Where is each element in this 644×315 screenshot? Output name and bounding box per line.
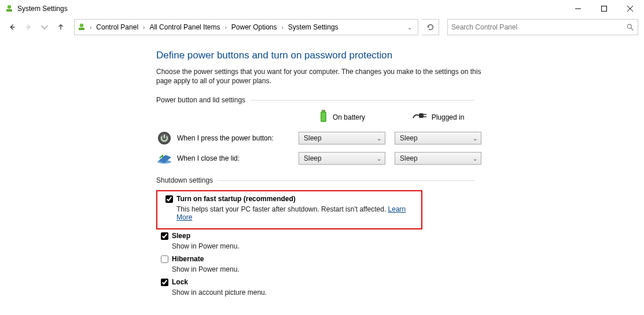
minimize-button[interactable]	[565, 1, 591, 17]
checkbox-fast-startup[interactable]	[165, 195, 173, 203]
column-header-battery: On battery	[299, 110, 385, 124]
close-button[interactable]	[617, 1, 643, 17]
desc-sleep: Show in Power menu.	[172, 242, 474, 250]
search-input[interactable]	[451, 23, 626, 31]
svg-rect-3	[601, 6, 606, 12]
svg-rect-9	[79, 28, 84, 30]
power-settings-table: On battery Plugged in When I press the p…	[156, 110, 638, 165]
section-heading-power-lid: Power button and lid settings	[156, 96, 474, 104]
label-sleep: Sleep	[172, 232, 190, 240]
select-power-battery[interactable]: Sleep⌄	[299, 132, 385, 144]
chevron-right-icon[interactable]: ›	[89, 24, 93, 31]
svg-point-10	[627, 24, 631, 28]
chevron-down-icon: ⌄	[473, 155, 477, 162]
select-lid-battery[interactable]: Sleep⌄	[299, 152, 385, 165]
up-button[interactable]	[54, 21, 67, 34]
page-title: Define power buttons and turn on passwor…	[156, 50, 638, 61]
select-lid-plugged[interactable]: Sleep⌄	[395, 152, 481, 165]
breadcrumb-item[interactable]: Control Panel	[94, 22, 141, 32]
label-fast-startup: Turn on fast startup (recommended)	[176, 195, 296, 203]
title-bar: System Settings	[0, 0, 644, 17]
svg-rect-14	[321, 113, 325, 121]
desc-fast-startup: This helps start your PC faster after sh…	[176, 205, 418, 221]
svg-rect-15	[419, 113, 424, 118]
row-power-button: When I press the power button:	[156, 131, 289, 145]
maximize-button[interactable]	[591, 1, 617, 17]
address-bar[interactable]: › Control Panel › All Control Panel Item…	[74, 19, 418, 35]
label-hibernate: Hibernate	[172, 255, 204, 263]
checkbox-lock[interactable]	[161, 279, 168, 286]
svg-point-8	[80, 24, 83, 27]
section-heading-shutdown: Shutdown settings	[156, 176, 474, 184]
search-icon	[626, 23, 634, 31]
recent-dropdown[interactable]	[38, 21, 51, 34]
power-options-icon	[5, 4, 14, 13]
checkbox-hibernate[interactable]	[161, 255, 168, 263]
chevron-down-icon: ⌄	[473, 135, 477, 142]
svg-rect-1	[6, 9, 12, 12]
lid-icon	[156, 153, 172, 164]
main-content: Define power buttons and turn on passwor…	[0, 39, 644, 307]
back-button[interactable]	[6, 21, 19, 34]
chevron-down-icon: ⌄	[377, 155, 381, 162]
forward-button[interactable]	[22, 21, 35, 34]
address-dropdown[interactable]: ⌄	[404, 24, 415, 31]
window-title: System Settings	[17, 5, 68, 13]
desc-hibernate: Show in Power menu.	[172, 265, 474, 273]
plug-icon	[412, 112, 427, 122]
search-box[interactable]	[447, 19, 638, 35]
desc-lock: Show in account picture menu.	[172, 288, 474, 297]
label-lock: Lock	[172, 278, 188, 286]
row-lid-close: When I close the lid:	[156, 153, 289, 164]
breadcrumb-item[interactable]: All Control Panel Items	[147, 22, 222, 32]
power-options-icon	[77, 23, 86, 32]
svg-rect-12	[322, 110, 325, 112]
select-power-plugged[interactable]: Sleep⌄	[395, 132, 481, 144]
navigation-bar: › Control Panel › All Control Panel Item…	[0, 17, 644, 39]
checkbox-sleep[interactable]	[161, 232, 168, 240]
fast-startup-highlight: Turn on fast startup (recommended) This …	[156, 190, 422, 229]
column-header-plugged: Plugged in	[395, 112, 481, 122]
breadcrumb-item[interactable]: Power Options	[229, 22, 279, 32]
breadcrumb-item[interactable]: System Settings	[286, 22, 341, 32]
chevron-down-icon: ⌄	[377, 135, 381, 142]
svg-line-11	[631, 28, 634, 31]
refresh-button[interactable]	[422, 19, 439, 35]
chevron-right-icon[interactable]: ›	[281, 24, 285, 31]
chevron-right-icon[interactable]: ›	[223, 24, 227, 31]
battery-icon	[319, 110, 328, 124]
page-description: Choose the power settings that you want …	[156, 67, 498, 86]
chevron-right-icon[interactable]: ›	[142, 24, 146, 31]
svg-point-0	[8, 5, 11, 9]
power-button-icon	[156, 131, 172, 145]
